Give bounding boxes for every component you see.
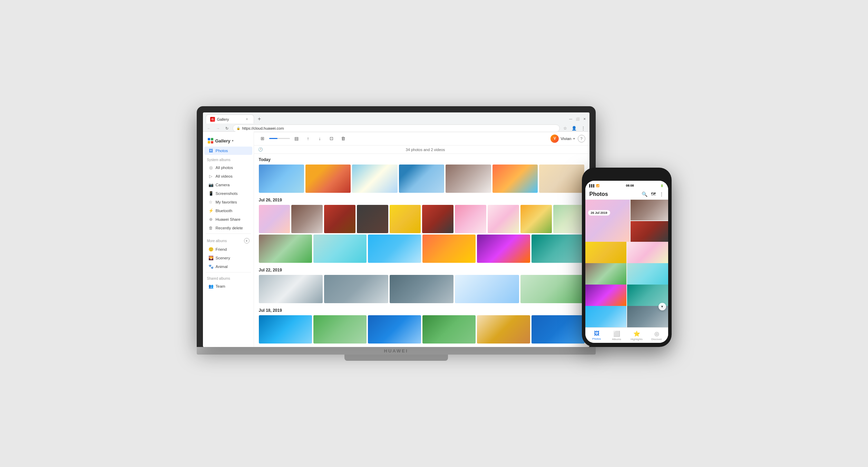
refresh-button[interactable]: ↻ <box>224 125 231 132</box>
new-tab-button[interactable]: + <box>255 115 264 123</box>
photo-thumb[interactable] <box>455 205 486 233</box>
photo-thumb[interactable] <box>477 315 530 344</box>
list-view-button[interactable]: ▤ <box>292 134 301 143</box>
phone-nav-photos[interactable]: 🖼 Photos <box>587 330 607 340</box>
photo-thumb[interactable] <box>446 165 491 193</box>
photo-thumb[interactable] <box>324 275 388 303</box>
albums-nav-label: Albums <box>612 338 621 341</box>
sidebar-item-scenery[interactable]: 🌄 Scenery <box>204 254 252 262</box>
sidebar-item-label: Team <box>216 284 225 288</box>
phone-photo[interactable] <box>585 263 626 285</box>
photo-thumb[interactable] <box>259 205 290 233</box>
phone-photo[interactable] <box>631 200 668 220</box>
phone-frame: ▌▌▌ 📶 08:08 🔋 Photos 🔍 🗺 ⋮ 26 <box>582 168 672 347</box>
highlights-nav-label: Highlights <box>631 338 643 341</box>
phone-nav-highlights[interactable]: ⭐ Highlights <box>627 330 647 341</box>
sidebar-item-team[interactable]: 👥 Team <box>204 282 252 290</box>
photo-thumb[interactable] <box>553 205 585 233</box>
user-info[interactable]: V Vivian ▾ <box>550 135 575 143</box>
phone-photo[interactable] <box>585 242 626 263</box>
delete-button[interactable]: 🗑 <box>339 134 348 143</box>
highlights-nav-icon: ⭐ <box>633 330 640 337</box>
photo-area[interactable]: Today <box>254 154 589 347</box>
photos-nav-icon: 🖼 <box>594 330 599 337</box>
photo-thumb[interactable] <box>492 165 538 193</box>
phone-photo-large[interactable] <box>585 200 630 242</box>
photo-thumb[interactable] <box>291 205 323 233</box>
photo-thumb[interactable] <box>399 165 444 193</box>
phone-nav-albums[interactable]: ⬜ Albums <box>607 330 627 341</box>
sidebar-item-label: Screenshots <box>216 191 238 196</box>
search-icon[interactable]: 🔍 <box>642 191 647 197</box>
sidebar-item-animal[interactable]: 🐾 Animal <box>204 262 252 271</box>
sidebar-item-camera[interactable]: 📷 Camera <box>204 181 252 189</box>
photo-thumb[interactable] <box>520 205 552 233</box>
sidebar-item-label: Photos <box>216 149 228 153</box>
add-album-button[interactable]: + <box>244 238 250 244</box>
phone-photo-grid[interactable]: 26 Jul 2019 <box>585 200 668 328</box>
close-button[interactable]: ✕ <box>583 117 587 121</box>
view-mode-button[interactable]: ⊞ <box>258 134 267 143</box>
forward-button[interactable]: → <box>215 125 222 132</box>
photo-thumb[interactable] <box>259 165 304 193</box>
maximize-button[interactable]: ⬜ <box>576 117 580 121</box>
photo-thumb[interactable] <box>259 275 323 303</box>
scroll-down-button[interactable]: ▼ <box>659 303 666 310</box>
date-section-jul18: Jul 18, 2019 <box>259 308 585 344</box>
phone-photo[interactable] <box>627 242 668 263</box>
sidebar-item-all-photos[interactable]: ◎ All photos <box>204 163 252 172</box>
photo-thumb[interactable] <box>531 315 585 344</box>
url-bar[interactable]: 🔒 https://cloud.huawei.com <box>233 125 560 132</box>
download-button[interactable]: ↓ <box>315 134 324 143</box>
photo-thumb[interactable] <box>520 275 585 303</box>
sidebar-item-screenshots[interactable]: 📱 Screenshots <box>204 189 252 198</box>
minimize-button[interactable]: — <box>569 117 573 121</box>
bookmark-button[interactable]: ☆ <box>562 125 569 132</box>
photo-thumb[interactable] <box>259 235 312 263</box>
photo-thumb[interactable] <box>313 235 367 263</box>
photo-thumb[interactable] <box>539 165 584 193</box>
browser-tab[interactable]: G Gallery × <box>206 115 254 123</box>
photo-thumb[interactable] <box>477 235 530 263</box>
back-button[interactable]: ← <box>206 125 213 132</box>
photo-thumb[interactable] <box>352 165 397 193</box>
photo-thumb[interactable] <box>259 315 312 344</box>
sidebar-item-all-videos[interactable]: ▷ All videos <box>204 172 252 180</box>
help-button[interactable]: ? <box>578 135 585 142</box>
sidebar-item-huawei-share[interactable]: ⊕ Huawei Share <box>204 215 252 223</box>
menu-button[interactable]: ⋮ <box>580 125 587 132</box>
more-icon[interactable]: ⋮ <box>659 191 664 197</box>
copy-button[interactable]: ⊡ <box>327 134 336 143</box>
photo-thumb[interactable] <box>390 275 454 303</box>
photo-thumb[interactable] <box>422 235 476 263</box>
phone-photo[interactable] <box>585 285 626 306</box>
photo-thumb[interactable] <box>305 165 351 193</box>
sidebar-item-photos[interactable]: 🖼 Photos <box>204 147 252 155</box>
photo-thumb[interactable] <box>313 315 367 344</box>
phone-photo[interactable] <box>631 221 668 242</box>
sidebar-item-favorites[interactable]: ☆ My favorites <box>204 198 252 206</box>
sidebar-item-friend[interactable]: 🙂 Friend <box>204 245 252 254</box>
photo-thumb[interactable] <box>390 205 421 233</box>
photo-thumb[interactable] <box>324 205 355 233</box>
photo-thumb[interactable] <box>455 275 519 303</box>
sidebar-item-bluetooth[interactable]: ⚡ Bluetooth <box>204 207 252 215</box>
phone-photo[interactable] <box>585 306 626 327</box>
photo-thumb[interactable] <box>368 315 421 344</box>
sidebar-item-recently-delete[interactable]: 🗑 Recently delete <box>204 224 252 232</box>
map-icon[interactable]: 🗺 <box>651 191 656 197</box>
phone-nav-discover[interactable]: ◎ Discover <box>647 330 667 341</box>
upload-button[interactable]: ↑ <box>304 134 313 143</box>
photo-thumb[interactable] <box>368 235 421 263</box>
photo-thumb[interactable] <box>357 205 388 233</box>
sidebar-header[interactable]: Gallery ▾ <box>203 135 254 146</box>
tab-close-button[interactable]: × <box>245 117 250 122</box>
zoom-slider[interactable] <box>269 138 290 139</box>
photo-thumb[interactable] <box>422 205 453 233</box>
photo-thumb[interactable] <box>488 205 519 233</box>
profile-button[interactable]: 👤 <box>571 125 578 132</box>
phone-photo[interactable] <box>627 263 668 285</box>
photo-thumb[interactable] <box>531 235 585 263</box>
sidebar-item-label: Recently delete <box>216 226 243 230</box>
photo-thumb[interactable] <box>422 315 476 344</box>
